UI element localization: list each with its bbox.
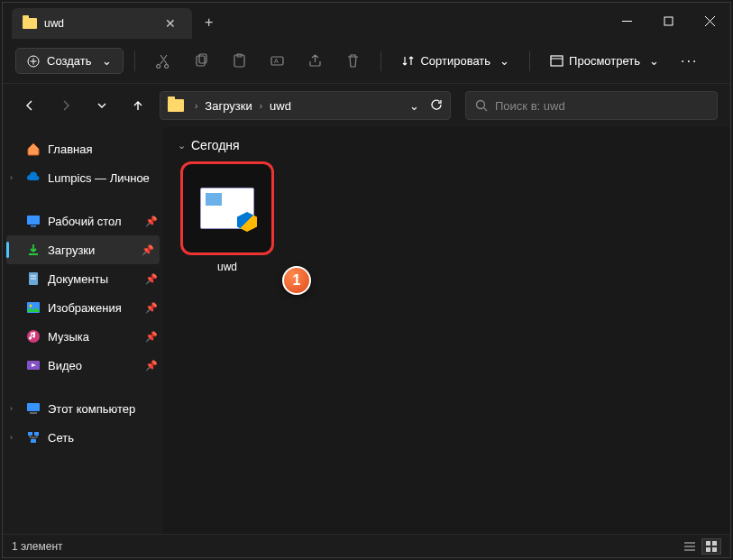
create-button[interactable]: Создать ⌄: [15, 48, 124, 74]
svg-text:A: A: [274, 58, 279, 64]
svg-point-15: [477, 101, 485, 109]
sidebar-item-music[interactable]: Музыка 📌: [3, 322, 163, 351]
pin-icon: 📌: [145, 273, 158, 285]
copy-button[interactable]: [184, 45, 218, 78]
search-placeholder: Поиск в: uwd: [495, 99, 565, 113]
svg-point-23: [30, 305, 32, 308]
refresh-button[interactable]: [430, 98, 443, 114]
sidebar-item-pictures[interactable]: Изображения 📌: [3, 293, 163, 322]
back-button[interactable]: [15, 91, 44, 120]
cloud-icon: [26, 170, 41, 185]
folder-icon: [168, 99, 184, 112]
statusbar: 1 элемент: [3, 534, 730, 557]
sidebar-item-network[interactable]: › Сеть: [3, 423, 163, 452]
sidebar-label: Музыка: [48, 330, 89, 344]
chevron-right-icon[interactable]: ›: [10, 404, 13, 413]
view-label: Просмотреть: [569, 54, 640, 68]
network-icon: [26, 430, 41, 445]
group-label: Сегодня: [191, 138, 240, 152]
more-button[interactable]: ···: [672, 48, 707, 75]
svg-rect-7: [197, 56, 205, 66]
sort-button[interactable]: Сортировать ⌄: [392, 49, 518, 73]
sidebar-item-home[interactable]: Главная: [3, 134, 163, 163]
maximize-button[interactable]: [647, 3, 689, 39]
paste-button[interactable]: [222, 45, 256, 78]
sidebar-label: Видео: [48, 359, 82, 372]
sidebar: Главная › Lumpics — Личное Рабочий стол …: [3, 127, 163, 534]
sidebar-label: Lumpics — Личное: [48, 171, 150, 185]
breadcrumb-item[interactable]: Загрузки: [205, 99, 252, 113]
pictures-icon: [26, 300, 41, 315]
search-icon: [475, 99, 488, 112]
sidebar-item-thispc[interactable]: › Этот компьютер: [3, 394, 163, 423]
breadcrumb-item[interactable]: uwd: [270, 99, 291, 113]
downloads-icon: [26, 243, 41, 257]
chevron-down-icon: ⌄: [649, 54, 659, 68]
sidebar-item-personal[interactable]: › Lumpics — Личное: [3, 163, 163, 192]
svg-rect-37: [712, 547, 717, 552]
svg-rect-29: [34, 432, 39, 436]
sidebar-item-videos[interactable]: Видео 📌: [3, 351, 163, 380]
chevron-right-icon: ›: [189, 101, 203, 111]
delete-button[interactable]: [335, 45, 370, 78]
explorer-window: uwd ✕ + Создать ⌄ A Сортировать ⌄: [2, 2, 731, 558]
svg-rect-17: [27, 216, 40, 225]
pin-icon: 📌: [145, 216, 158, 227]
recent-button[interactable]: [87, 91, 116, 120]
view-toggles: [680, 538, 721, 555]
pin-icon: 📌: [145, 360, 158, 372]
create-label: Создать: [47, 54, 91, 68]
sidebar-label: Сеть: [48, 431, 74, 445]
sidebar-item-desktop[interactable]: Рабочий стол 📌: [3, 207, 163, 235]
sort-label: Сортировать: [420, 54, 490, 68]
svg-rect-30: [31, 439, 36, 443]
details-view-button[interactable]: [680, 538, 700, 555]
search-input[interactable]: Поиск в: uwd: [465, 91, 718, 120]
tab-title: uwd: [44, 17, 64, 30]
svg-rect-27: [30, 412, 37, 414]
up-button[interactable]: [124, 91, 152, 120]
sidebar-label: Этот компьютер: [48, 402, 135, 416]
file-thumbnail: [180, 161, 274, 255]
sidebar-label: Главная: [48, 142, 92, 156]
navbar: › Загрузки › uwd ⌄ Поиск в: uwd: [3, 84, 730, 127]
videos-icon: [26, 358, 41, 372]
sort-icon: [401, 54, 415, 68]
file-item[interactable]: uwd 1: [178, 161, 277, 273]
new-tab-button[interactable]: +: [192, 14, 225, 31]
svg-rect-26: [27, 403, 40, 411]
content-area[interactable]: ⌄ Сегодня uwd 1: [163, 127, 730, 534]
separator: [529, 51, 530, 71]
svg-line-16: [484, 108, 488, 112]
tab-current[interactable]: uwd ✕: [12, 8, 192, 39]
history-chevron-icon[interactable]: ⌄: [409, 99, 419, 113]
svg-rect-35: [712, 541, 717, 546]
share-button[interactable]: [298, 45, 332, 78]
sidebar-item-downloads[interactable]: Загрузки 📌: [6, 235, 160, 264]
close-button[interactable]: [689, 3, 730, 39]
breadcrumb[interactable]: › Загрузки › uwd ⌄: [160, 91, 451, 120]
music-icon: [26, 329, 41, 344]
minimize-button[interactable]: [606, 3, 647, 39]
rename-button[interactable]: A: [260, 45, 294, 78]
sidebar-label: Загрузки: [48, 243, 95, 257]
view-button[interactable]: Просмотреть ⌄: [541, 49, 668, 73]
computer-icon: [26, 401, 41, 416]
chevron-right-icon[interactable]: ›: [10, 433, 13, 442]
forward-button[interactable]: [51, 91, 80, 120]
icons-view-button[interactable]: [701, 538, 721, 555]
window-controls: [606, 3, 730, 39]
pin-icon: 📌: [145, 302, 158, 314]
svg-rect-1: [664, 17, 673, 25]
chevron-right-icon[interactable]: ›: [10, 173, 13, 182]
chevron-right-icon: ›: [254, 101, 268, 111]
annotation-callout: 1: [282, 266, 311, 295]
svg-rect-34: [706, 541, 710, 546]
chevron-down-icon: ⌄: [178, 140, 186, 151]
sidebar-item-documents[interactable]: Документы 📌: [3, 264, 163, 293]
svg-rect-18: [31, 225, 36, 227]
cut-button[interactable]: [146, 45, 180, 78]
group-header[interactable]: ⌄ Сегодня: [178, 138, 716, 152]
close-tab-icon[interactable]: ✕: [160, 14, 181, 32]
chevron-down-icon: ⌄: [102, 54, 112, 68]
